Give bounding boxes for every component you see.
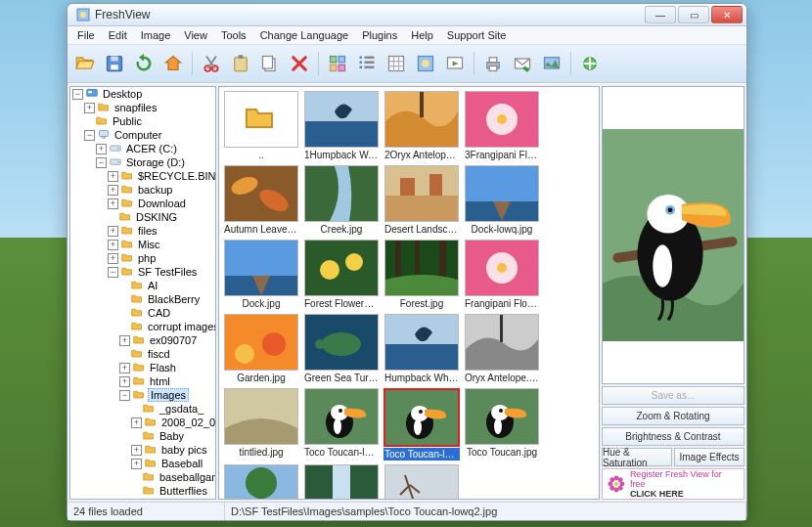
brightness-contrast-button[interactable]: Brightness & Contrast: [602, 427, 744, 446]
menu-file[interactable]: File: [71, 28, 101, 42]
menu-change-language[interactable]: Change Language: [254, 28, 355, 42]
tree-item[interactable]: −Storage (D:): [96, 155, 215, 169]
thumbnail-item[interactable]: Toco Toucan-lo....jpg: [303, 388, 380, 461]
tree-item[interactable]: baseballgame: [131, 470, 215, 484]
tree-item[interactable]: −Computer: [84, 128, 215, 142]
tree-item[interactable]: +ex090707: [119, 333, 215, 347]
close-button[interactable]: ✕: [711, 6, 743, 23]
tree-item[interactable]: +baby pics: [131, 443, 215, 457]
thumbnail-item[interactable]: Desert Landsca...: [383, 165, 460, 236]
tree-toggle[interactable]: −: [96, 157, 107, 168]
tree-item[interactable]: +files: [108, 224, 215, 238]
save-as-button[interactable]: Save as...: [602, 386, 744, 405]
tree-toggle[interactable]: +: [108, 240, 118, 250]
folder-open-button[interactable]: [71, 50, 99, 77]
tree-item[interactable]: +Download: [108, 197, 215, 210]
thumbnail-item[interactable]: ..: [223, 91, 299, 161]
tree-item[interactable]: Butterflies: [131, 484, 215, 498]
register-banner[interactable]: Register Fresh View for free CLICK HERE: [602, 468, 744, 500]
zoom-rotate-button[interactable]: Zoom & Rotating: [602, 407, 744, 425]
preview-button[interactable]: [412, 50, 439, 77]
titlebar[interactable]: FreshView — ▭ ✕: [68, 4, 746, 26]
delete-button[interactable]: [286, 50, 313, 77]
tree-toggle[interactable]: +: [108, 198, 118, 209]
tree-item[interactable]: +snapfiles: [84, 101, 215, 114]
tree-item[interactable]: _gsdata_: [131, 402, 215, 416]
refresh-button[interactable]: [130, 50, 158, 77]
tree-item[interactable]: +Baseball: [131, 457, 215, 470]
tree-toggle[interactable]: +: [96, 144, 107, 154]
thumbnail-item[interactable]: Humpback Wh....jpg: [383, 314, 460, 384]
tree-item[interactable]: DSKING: [108, 210, 215, 224]
thumbnail-item[interactable]: Dock-lowq.jpg: [464, 165, 540, 236]
tree-toggle[interactable]: +: [108, 185, 118, 196]
thumbnail-item[interactable]: Waterfall.jpg: [303, 464, 380, 500]
plugin-button[interactable]: [576, 50, 604, 77]
tree-item[interactable]: +$RECYCLE.BIN: [108, 169, 215, 183]
tree-toggle[interactable]: +: [108, 226, 118, 237]
thumbnail-item[interactable]: 1Humpback W....jpg: [303, 91, 380, 161]
tree-item[interactable]: AI: [119, 279, 215, 292]
paste-button[interactable]: [227, 50, 254, 77]
hue-saturation-button[interactable]: Hue & Saturation: [602, 448, 672, 466]
thumbnail-item[interactable]: 3Frangipani Flo....jpg: [464, 91, 540, 161]
maximize-button[interactable]: ▭: [678, 6, 709, 23]
thumbnail-item[interactable]: Forest.jpg: [383, 240, 460, 310]
thumbnail-item[interactable]: Oryx Antelope.jpg: [464, 314, 540, 384]
tree-item[interactable]: BlackBerry: [119, 292, 215, 306]
thumbnail-item[interactable]: Tree.jpg: [223, 464, 299, 500]
thumbnail-item[interactable]: Toco Toucan-lo....jpg: [383, 388, 460, 461]
thumbnail-item[interactable]: Green Sea Turtle.jpg: [303, 314, 380, 384]
tree-toggle[interactable]: +: [108, 253, 118, 264]
image-effects-button[interactable]: Image Effects: [674, 448, 744, 466]
tree-toggle[interactable]: +: [119, 335, 130, 346]
tree-item[interactable]: Baby: [131, 429, 215, 443]
tree-item[interactable]: Family Pics: [131, 498, 215, 500]
cut-button[interactable]: [198, 50, 225, 77]
tree-toggle[interactable]: +: [108, 171, 118, 182]
tree-toggle[interactable]: −: [108, 267, 118, 278]
menu-edit[interactable]: Edit: [103, 28, 133, 42]
tree-toggle[interactable]: +: [84, 103, 95, 113]
menu-tools[interactable]: Tools: [215, 28, 252, 42]
tree-item[interactable]: +backup: [108, 183, 215, 197]
tree-item[interactable]: fiscd: [119, 347, 215, 361]
thumbnail-item[interactable]: Dock.jpg: [223, 240, 299, 310]
thumbnail-item[interactable]: Creek.jpg: [303, 165, 380, 236]
tree-item[interactable]: CAD: [119, 306, 215, 320]
tree-root[interactable]: −Desktop: [72, 87, 215, 101]
menu-help[interactable]: Help: [405, 28, 439, 42]
thumbnail-item[interactable]: Forest Flowers.jpg: [303, 240, 380, 310]
folder-tree-pane[interactable]: −Desktop+snapfilesPublic−Computer+ACER (…: [69, 86, 216, 500]
thumbnail-item[interactable]: Winter Leaves.jpg: [383, 464, 460, 500]
tree-item[interactable]: +Misc: [108, 238, 215, 251]
thumbnail-item[interactable]: Autumn Leaves.jpg: [223, 165, 299, 236]
thumbnail-item[interactable]: Toco Toucan.jpg: [464, 388, 540, 461]
tree-toggle[interactable]: +: [131, 459, 142, 469]
home-button[interactable]: [159, 50, 187, 77]
copy-button[interactable]: [256, 50, 284, 77]
tree-item[interactable]: Public: [84, 114, 215, 128]
save-button[interactable]: [101, 50, 128, 77]
tree-item[interactable]: +html: [119, 374, 215, 388]
menu-view[interactable]: View: [178, 28, 213, 42]
minimize-button[interactable]: —: [645, 6, 676, 23]
tree-toggle[interactable]: −: [84, 130, 95, 141]
tree-item[interactable]: +2008_02_02: [131, 416, 215, 429]
tree-toggle[interactable]: +: [119, 376, 130, 387]
tree-toggle[interactable]: +: [119, 363, 130, 373]
thumbnail-item[interactable]: Garden.jpg: [223, 314, 299, 384]
menu-support-site[interactable]: Support Site: [441, 28, 513, 42]
thumbnail-item[interactable]: tintlied.jpg: [223, 388, 299, 461]
menu-image[interactable]: Image: [135, 28, 177, 42]
tree-item[interactable]: corrupt images: [119, 320, 215, 333]
slideshow-button[interactable]: [441, 50, 469, 77]
tree-toggle[interactable]: −: [119, 390, 130, 401]
tree-item[interactable]: +php: [108, 251, 215, 265]
tree-item[interactable]: +ACER (C:): [96, 142, 215, 155]
thumbnail-pane[interactable]: ..1Humpback W....jpg2Oryx Antelope.jpg3F…: [218, 86, 600, 500]
tree-toggle[interactable]: +: [131, 445, 142, 456]
tree-item[interactable]: −Images: [119, 388, 215, 402]
menu-plugins[interactable]: Plugins: [356, 28, 403, 42]
details-button[interactable]: [383, 50, 410, 77]
